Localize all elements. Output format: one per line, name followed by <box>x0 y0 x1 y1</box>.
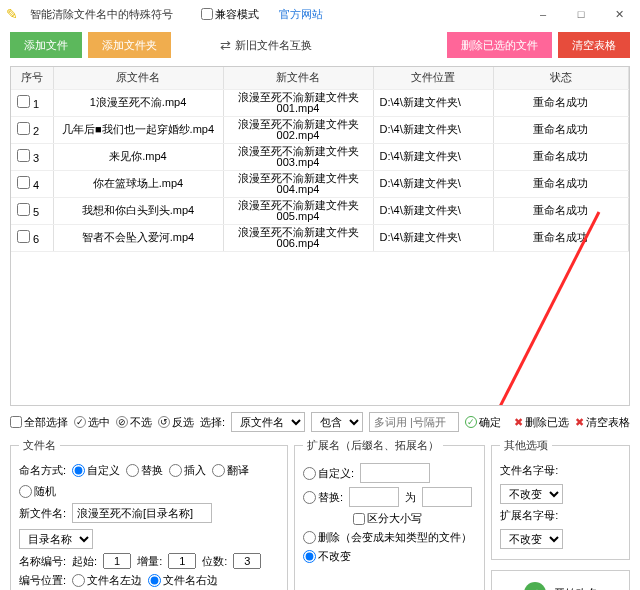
ext-custom[interactable]: 自定义: <box>303 466 354 481</box>
delete-selected-files-button[interactable]: 删除已选的文件 <box>447 32 552 58</box>
pos-right[interactable]: 文件名右边 <box>148 573 218 588</box>
digits-input[interactable] <box>233 553 261 569</box>
ext-unchanged[interactable]: 不改变 <box>303 549 351 564</box>
add-folder-button[interactable]: 添加文件夹 <box>88 32 171 58</box>
start-input[interactable] <box>103 553 131 569</box>
dir-select[interactable]: 目录名称 <box>19 529 93 549</box>
swap-icon <box>220 38 231 53</box>
compat-mode-checkbox[interactable]: 兼容模式 <box>201 7 259 22</box>
ext-replace-from[interactable] <box>349 487 399 507</box>
filename-legend: 文件名 <box>19 438 60 453</box>
table-row[interactable]: 3来见你.mp4浪漫至死不渝新建文件夹003.mp4D:\4\新建文件夹\重命名… <box>11 143 629 170</box>
col-path[interactable]: 文件位置 <box>373 67 493 89</box>
ext-legend: 扩展名（后缀名、拓展名） <box>303 438 443 453</box>
number-label: 名称编号: <box>19 554 66 569</box>
pos-left[interactable]: 文件名左边 <box>72 573 142 588</box>
opt-translate[interactable]: 翻译 <box>212 463 249 478</box>
start-rename-button[interactable]: ✓ 开始改名 <box>491 570 630 590</box>
other-panel: 其他选项 文件名字母: 不改变 扩展名字母: 不改变 <box>491 438 630 560</box>
row-checkbox[interactable] <box>17 149 30 162</box>
filter-input[interactable] <box>369 412 459 432</box>
ext-replace-to[interactable] <box>422 487 472 507</box>
app-icon <box>6 6 18 22</box>
ext-font-select[interactable]: 不改变 <box>500 529 563 549</box>
row-checkbox[interactable] <box>17 176 30 189</box>
anchor-icon: ⊘ <box>116 416 128 428</box>
col-status[interactable]: 状态 <box>493 67 629 89</box>
ext-font-label: 扩展名字母: <box>500 508 558 523</box>
clear-table-button[interactable]: 清空表格 <box>558 32 630 58</box>
invert-button[interactable]: ↺反选 <box>158 415 194 430</box>
select-button[interactable]: ✓选中 <box>74 415 110 430</box>
minimize-button[interactable]: – <box>528 4 558 24</box>
table-row[interactable]: 2几年后■我们也一起穿婚纱.mp4浪漫至死不渝新建文件夹002.mp4D:\4\… <box>11 116 629 143</box>
naming-label: 命名方式: <box>19 463 66 478</box>
invert-icon: ↺ <box>158 416 170 428</box>
col-new[interactable]: 新文件名 <box>223 67 373 89</box>
new-name-label: 新文件名: <box>19 506 66 521</box>
ext-custom-input[interactable] <box>360 463 430 483</box>
opt-insert[interactable]: 插入 <box>169 463 206 478</box>
opt-replace[interactable]: 替换 <box>126 463 163 478</box>
file-table: 序号 原文件名 新文件名 文件位置 状态 11浪漫至死不渝.mp4浪漫至死不渝新… <box>11 67 629 252</box>
step-input[interactable] <box>168 553 196 569</box>
col-seq[interactable]: 序号 <box>11 67 53 89</box>
close-button[interactable]: ✕ <box>604 4 634 24</box>
filename-panel: 文件名 命名方式: 自定义 替换 插入 翻译 随机 新文件名: 目录名称 名称编… <box>10 438 288 590</box>
extension-panel: 扩展名（后缀名、拓展名） 自定义: 替换: 为 区分大小写 删除（会变成未知类型… <box>294 438 485 590</box>
match-select[interactable]: 包含 <box>311 412 363 432</box>
opt-custom[interactable]: 自定义 <box>72 463 120 478</box>
other-legend: 其他选项 <box>500 438 552 453</box>
row-checkbox[interactable] <box>17 122 30 135</box>
main-toolbar: 添加文件 添加文件夹 新旧文件名互换 删除已选的文件 清空表格 <box>0 28 640 62</box>
delete-selected-link[interactable]: ✖删除已选 <box>514 415 569 430</box>
new-name-input[interactable] <box>72 503 212 523</box>
check-circle-icon: ✓ <box>524 582 546 590</box>
selection-bar: 全部选择 ✓选中 ⊘不选 ↺反选 选择: 原文件名 包含 ✓确定 ✖删除已选 ✖… <box>0 406 640 438</box>
table-row[interactable]: 5我想和你白头到头.mp4浪漫至死不渝新建文件夹005.mp4D:\4\新建文件… <box>11 197 629 224</box>
deselect-button[interactable]: ⊘不选 <box>116 415 152 430</box>
table-row[interactable]: 6智者不会坠入爱河.mp4浪漫至死不渝新建文件夹006.mp4D:\4\新建文件… <box>11 224 629 251</box>
titlebar: 智能清除文件名中的特殊符号 兼容模式 官方网站 – □ ✕ <box>0 0 640 28</box>
confirm-button[interactable]: ✓确定 <box>465 415 501 430</box>
options-panels: 文件名 命名方式: 自定义 替换 插入 翻译 随机 新文件名: 目录名称 名称编… <box>0 438 640 590</box>
add-file-button[interactable]: 添加文件 <box>10 32 82 58</box>
other-panel-wrap: 其他选项 文件名字母: 不改变 扩展名字母: 不改变 ✓ 开始改名 <box>491 438 630 590</box>
maximize-button[interactable]: □ <box>566 4 596 24</box>
filename-font-select[interactable]: 不改变 <box>500 484 563 504</box>
opt-random[interactable]: 随机 <box>19 484 56 499</box>
official-site-link[interactable]: 官方网站 <box>279 7 323 22</box>
app-title: 智能清除文件名中的特殊符号 <box>30 7 173 22</box>
table-row[interactable]: 11浪漫至死不渝.mp4浪漫至死不渝新建文件夹001.mp4D:\4\新建文件夹… <box>11 89 629 116</box>
ext-delete[interactable]: 删除（会变成未知类型的文件） <box>303 530 472 545</box>
check-icon: ✓ <box>465 416 477 428</box>
swap-names-button[interactable]: 新旧文件名互换 <box>220 38 312 53</box>
col-orig[interactable]: 原文件名 <box>53 67 223 89</box>
select-all-checkbox[interactable]: 全部选择 <box>10 415 68 430</box>
table-row[interactable]: 4你在篮球场上.mp4浪漫至死不渝新建文件夹004.mp4D:\4\新建文件夹\… <box>11 170 629 197</box>
clear-table-link[interactable]: ✖清空表格 <box>575 415 630 430</box>
check-icon: ✓ <box>74 416 86 428</box>
choose-label: 选择: <box>200 415 225 430</box>
field-select[interactable]: 原文件名 <box>231 412 305 432</box>
row-checkbox[interactable] <box>17 95 30 108</box>
row-checkbox[interactable] <box>17 203 30 216</box>
ext-replace[interactable]: 替换: <box>303 490 343 505</box>
ext-case-sensitive[interactable]: 区分大小写 <box>353 511 422 526</box>
pos-label: 编号位置: <box>19 573 66 588</box>
filename-font-label: 文件名字母: <box>500 463 558 478</box>
file-table-container: 序号 原文件名 新文件名 文件位置 状态 11浪漫至死不渝.mp4浪漫至死不渝新… <box>10 66 630 406</box>
row-checkbox[interactable] <box>17 230 30 243</box>
